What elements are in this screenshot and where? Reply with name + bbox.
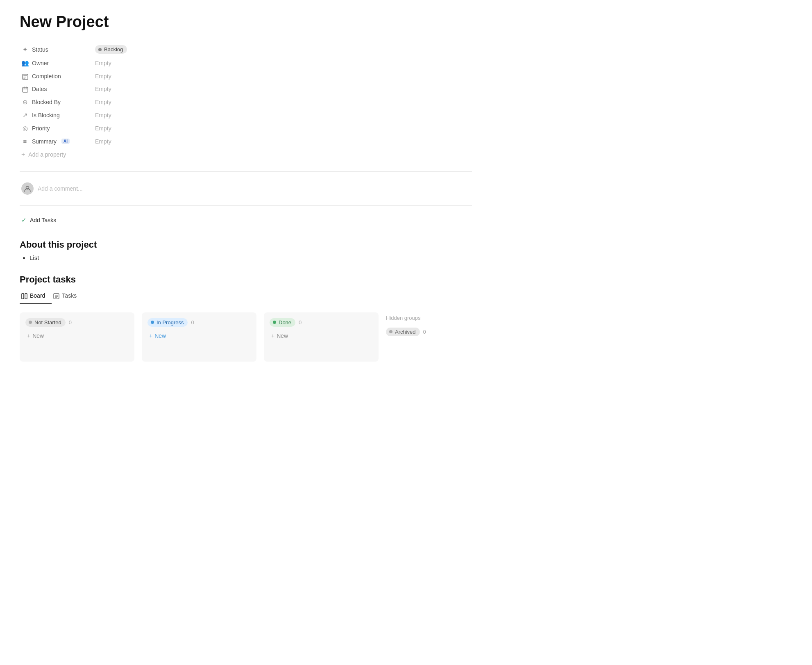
archived-row[interactable]: Archived 0 <box>386 328 426 336</box>
done-badge[interactable]: Done <box>270 318 295 327</box>
not-started-badge[interactable]: Not Started <box>25 318 66 327</box>
board-icon <box>21 292 27 299</box>
property-row-status[interactable]: ✦ Status Backlog <box>20 42 472 57</box>
add-property-button[interactable]: + Add a property <box>20 148 472 162</box>
property-row-dates[interactable]: Dates Empty <box>20 83 472 96</box>
dates-icon <box>21 86 29 93</box>
board-column-not-started: Not Started 0 + New <box>20 312 134 362</box>
column-header-in-progress: In Progress 0 <box>147 318 251 327</box>
property-value-blocked-by: Empty <box>95 99 111 105</box>
tasks-icon <box>53 292 59 299</box>
in-progress-count: 0 <box>191 319 194 326</box>
ai-badge: AI <box>61 139 70 144</box>
page-title: New Project <box>20 13 472 31</box>
not-started-new-icon: + <box>27 332 30 339</box>
comment-row[interactable]: Add a comment... <box>20 178 472 199</box>
owner-icon: 👥 <box>21 59 29 67</box>
board-columns: Not Started 0 + New In Progress 0 + New <box>20 312 472 362</box>
done-dot <box>273 321 276 324</box>
property-label-dates: Dates <box>21 86 95 93</box>
priority-icon: ◎ <box>21 125 29 132</box>
not-started-count: 0 <box>69 319 72 326</box>
property-label-completion: Completion <box>21 73 95 80</box>
is-blocking-icon: ↗ <box>21 112 29 119</box>
svg-rect-3 <box>23 78 25 79</box>
done-count: 0 <box>299 319 302 326</box>
divider-properties <box>20 171 472 172</box>
status-icon: ✦ <box>21 46 29 53</box>
property-label-priority: ◎ Priority <box>21 125 95 132</box>
property-value-owner: Empty <box>95 60 111 66</box>
property-value-dates: Empty <box>95 86 111 92</box>
svg-rect-2 <box>23 77 26 77</box>
archived-count: 0 <box>423 329 426 335</box>
board-column-in-progress: In Progress 0 + New <box>142 312 256 362</box>
svg-rect-1 <box>23 75 27 76</box>
backlog-dot <box>98 48 102 51</box>
summary-icon: ≡ <box>21 138 29 145</box>
property-row-completion[interactable]: Completion Empty <box>20 70 472 83</box>
not-started-new-button[interactable]: + New <box>25 332 129 340</box>
project-tasks-section: Project tasks Board Tasks <box>20 274 472 362</box>
divider-comment <box>20 205 472 206</box>
property-row-is-blocking[interactable]: ↗ Is Blocking Empty <box>20 109 472 122</box>
property-row-priority[interactable]: ◎ Priority Empty <box>20 122 472 135</box>
property-label-summary: ≡ Summary AI <box>21 138 95 145</box>
column-header-not-started: Not Started 0 <box>25 318 129 327</box>
hidden-groups-section: Hidden groups Archived 0 <box>386 312 426 336</box>
svg-rect-9 <box>22 294 24 299</box>
tabs-row: Board Tasks <box>20 289 472 304</box>
about-list-item: List <box>29 254 472 261</box>
not-started-dot <box>29 321 32 324</box>
in-progress-dot <box>151 321 154 324</box>
done-new-icon: + <box>271 332 274 339</box>
comment-input[interactable]: Add a comment... <box>38 185 83 192</box>
properties-section: ✦ Status Backlog 👥 Owner Empty <box>20 42 472 162</box>
add-property-icon: + <box>21 151 25 158</box>
hidden-groups-label: Hidden groups <box>386 315 426 321</box>
property-value-summary: Empty <box>95 138 111 145</box>
archived-dot <box>389 330 392 333</box>
property-row-summary[interactable]: ≡ Summary AI Empty <box>20 135 472 148</box>
completion-icon <box>21 73 29 80</box>
property-value-completion: Empty <box>95 73 111 80</box>
in-progress-new-button[interactable]: + New <box>147 332 251 340</box>
property-row-owner[interactable]: 👥 Owner Empty <box>20 57 472 70</box>
svg-rect-10 <box>25 294 27 299</box>
add-tasks-button[interactable]: ✓ Add Tasks <box>20 212 472 228</box>
archived-badge[interactable]: Archived <box>386 328 420 336</box>
avatar <box>21 182 34 195</box>
property-row-blocked-by[interactable]: ⊖ Blocked By Empty <box>20 96 472 109</box>
property-value-priority: Empty <box>95 125 111 132</box>
tab-board[interactable]: Board <box>20 289 52 304</box>
about-section-heading: About this project <box>20 239 472 250</box>
column-header-done: Done 0 <box>270 318 373 327</box>
status-badge-backlog[interactable]: Backlog <box>95 45 127 54</box>
svg-rect-4 <box>23 87 28 92</box>
property-label-blocked-by: ⊖ Blocked By <box>21 98 95 106</box>
about-list: List <box>29 254 472 261</box>
about-section: About this project List <box>20 239 472 261</box>
property-label-status: ✦ Status <box>21 46 95 53</box>
in-progress-new-icon: + <box>149 332 152 339</box>
board-column-done: Done 0 + New <box>264 312 379 362</box>
add-tasks-icon: ✓ <box>21 216 27 224</box>
done-new-button[interactable]: + New <box>270 332 373 340</box>
property-value-status[interactable]: Backlog <box>95 45 127 54</box>
project-tasks-heading: Project tasks <box>20 274 472 285</box>
in-progress-badge[interactable]: In Progress <box>147 318 188 327</box>
property-label-is-blocking: ↗ Is Blocking <box>21 112 95 119</box>
tab-tasks[interactable]: Tasks <box>52 289 83 304</box>
property-label-owner: 👥 Owner <box>21 59 95 67</box>
blocked-by-icon: ⊖ <box>21 98 29 106</box>
property-value-is-blocking: Empty <box>95 112 111 118</box>
